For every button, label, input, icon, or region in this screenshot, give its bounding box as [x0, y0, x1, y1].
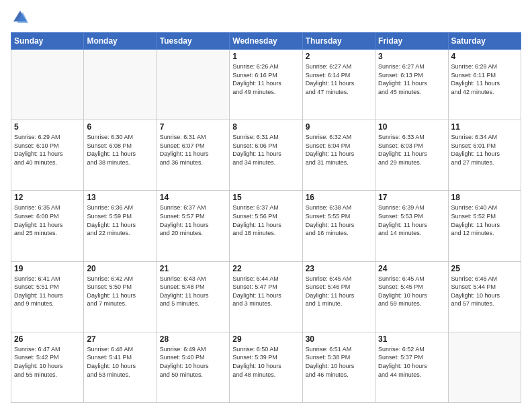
day-number: 16 — [306, 193, 372, 202]
column-header-sunday: Sunday — [11, 33, 84, 50]
calendar-cell: 13Sunrise: 6:36 AM Sunset: 5:59 PM Dayli… — [84, 191, 157, 261]
day-number: 10 — [378, 122, 445, 132]
column-header-tuesday: Tuesday — [157, 33, 229, 50]
logo — [11, 8, 32, 27]
calendar-cell: 23Sunrise: 6:45 AM Sunset: 5:46 PM Dayli… — [302, 261, 375, 332]
calendar-table: SundayMondayTuesdayWednesdayThursdayFrid… — [11, 32, 521, 403]
calendar-cell: 1Sunrise: 6:26 AM Sunset: 6:16 PM Daylig… — [230, 50, 302, 120]
calendar-week-4: 19Sunrise: 6:41 AM Sunset: 5:51 PM Dayli… — [11, 261, 521, 332]
day-info: Sunrise: 6:48 AM Sunset: 5:41 PM Dayligh… — [87, 345, 153, 379]
day-info: Sunrise: 6:38 AM Sunset: 5:55 PM Dayligh… — [306, 203, 372, 237]
day-info: Sunrise: 6:46 AM Sunset: 5:44 PM Dayligh… — [451, 275, 518, 308]
calendar-week-2: 5Sunrise: 6:29 AM Sunset: 6:10 PM Daylig… — [11, 120, 521, 191]
day-info: Sunrise: 6:31 AM Sunset: 6:06 PM Dayligh… — [232, 133, 299, 167]
page: SundayMondayTuesdayWednesdayThursdayFrid… — [0, 0, 532, 411]
calendar-cell: 22Sunrise: 6:44 AM Sunset: 5:47 PM Dayli… — [230, 261, 302, 332]
day-number: 28 — [160, 334, 226, 344]
day-info: Sunrise: 6:37 AM Sunset: 5:57 PM Dayligh… — [160, 203, 226, 237]
day-number: 25 — [451, 264, 518, 273]
calendar-cell: 19Sunrise: 6:41 AM Sunset: 5:51 PM Dayli… — [11, 261, 84, 332]
day-number: 19 — [14, 264, 81, 273]
column-header-friday: Friday — [375, 33, 448, 50]
day-number: 13 — [87, 193, 153, 202]
day-info: Sunrise: 6:50 AM Sunset: 5:39 PM Dayligh… — [232, 345, 299, 379]
day-info: Sunrise: 6:35 AM Sunset: 6:00 PM Dayligh… — [14, 203, 81, 237]
calendar-cell: 16Sunrise: 6:38 AM Sunset: 5:55 PM Dayli… — [302, 191, 375, 261]
day-number: 17 — [378, 193, 445, 202]
calendar-cell: 7Sunrise: 6:31 AM Sunset: 6:07 PM Daylig… — [157, 120, 229, 191]
calendar-cell — [448, 332, 521, 402]
calendar-cell: 4Sunrise: 6:28 AM Sunset: 6:11 PM Daylig… — [448, 50, 521, 120]
calendar-week-5: 26Sunrise: 6:47 AM Sunset: 5:42 PM Dayli… — [11, 332, 521, 402]
calendar-cell: 27Sunrise: 6:48 AM Sunset: 5:41 PM Dayli… — [84, 332, 157, 402]
column-header-saturday: Saturday — [448, 33, 521, 50]
day-number: 18 — [451, 193, 518, 202]
header — [11, 8, 521, 27]
calendar-cell: 20Sunrise: 6:42 AM Sunset: 5:50 PM Dayli… — [84, 261, 157, 332]
day-info: Sunrise: 6:49 AM Sunset: 5:40 PM Dayligh… — [160, 345, 226, 379]
day-info: Sunrise: 6:28 AM Sunset: 6:11 PM Dayligh… — [451, 62, 518, 96]
day-info: Sunrise: 6:30 AM Sunset: 6:08 PM Dayligh… — [87, 133, 153, 167]
day-info: Sunrise: 6:27 AM Sunset: 6:14 PM Dayligh… — [306, 62, 372, 96]
calendar-cell: 6Sunrise: 6:30 AM Sunset: 6:08 PM Daylig… — [84, 120, 157, 191]
calendar-cell: 9Sunrise: 6:32 AM Sunset: 6:04 PM Daylig… — [302, 120, 375, 191]
calendar-cell: 28Sunrise: 6:49 AM Sunset: 5:40 PM Dayli… — [157, 332, 229, 402]
calendar-cell: 5Sunrise: 6:29 AM Sunset: 6:10 PM Daylig… — [11, 120, 84, 191]
day-info: Sunrise: 6:29 AM Sunset: 6:10 PM Dayligh… — [14, 133, 81, 167]
day-info: Sunrise: 6:47 AM Sunset: 5:42 PM Dayligh… — [14, 345, 81, 379]
calendar-cell: 31Sunrise: 6:52 AM Sunset: 5:37 PM Dayli… — [375, 332, 448, 402]
day-number: 6 — [87, 122, 153, 132]
calendar-cell: 11Sunrise: 6:34 AM Sunset: 6:01 PM Dayli… — [448, 120, 521, 191]
day-number: 26 — [14, 334, 81, 344]
day-number: 12 — [14, 193, 81, 202]
calendar-cell — [11, 50, 84, 120]
day-number: 8 — [232, 122, 299, 132]
calendar-cell: 14Sunrise: 6:37 AM Sunset: 5:57 PM Dayli… — [157, 191, 229, 261]
day-info: Sunrise: 6:27 AM Sunset: 6:13 PM Dayligh… — [378, 62, 445, 96]
calendar-cell: 10Sunrise: 6:33 AM Sunset: 6:03 PM Dayli… — [375, 120, 448, 191]
day-number: 4 — [451, 52, 518, 61]
calendar-week-3: 12Sunrise: 6:35 AM Sunset: 6:00 PM Dayli… — [11, 191, 521, 261]
calendar-cell: 15Sunrise: 6:37 AM Sunset: 5:56 PM Dayli… — [230, 191, 302, 261]
day-number: 1 — [232, 52, 299, 61]
day-number: 21 — [160, 264, 226, 273]
calendar-cell: 21Sunrise: 6:43 AM Sunset: 5:48 PM Dayli… — [157, 261, 229, 332]
calendar-cell: 30Sunrise: 6:51 AM Sunset: 5:38 PM Dayli… — [302, 332, 375, 402]
calendar-cell: 26Sunrise: 6:47 AM Sunset: 5:42 PM Dayli… — [11, 332, 84, 402]
day-number: 11 — [451, 122, 518, 132]
calendar-cell: 8Sunrise: 6:31 AM Sunset: 6:06 PM Daylig… — [230, 120, 302, 191]
day-info: Sunrise: 6:40 AM Sunset: 5:52 PM Dayligh… — [451, 203, 518, 237]
day-info: Sunrise: 6:32 AM Sunset: 6:04 PM Dayligh… — [306, 133, 372, 167]
day-number: 3 — [378, 52, 445, 61]
calendar-cell: 24Sunrise: 6:45 AM Sunset: 5:45 PM Dayli… — [375, 261, 448, 332]
day-number: 22 — [232, 264, 299, 273]
day-info: Sunrise: 6:44 AM Sunset: 5:47 PM Dayligh… — [232, 275, 299, 308]
logo-icon — [11, 8, 30, 27]
day-number: 14 — [160, 193, 226, 202]
column-header-wednesday: Wednesday — [230, 33, 302, 50]
column-header-monday: Monday — [84, 33, 157, 50]
day-info: Sunrise: 6:41 AM Sunset: 5:51 PM Dayligh… — [14, 275, 81, 308]
day-info: Sunrise: 6:42 AM Sunset: 5:50 PM Dayligh… — [87, 275, 153, 308]
day-info: Sunrise: 6:52 AM Sunset: 5:37 PM Dayligh… — [378, 345, 445, 379]
day-number: 7 — [160, 122, 226, 132]
day-info: Sunrise: 6:45 AM Sunset: 5:46 PM Dayligh… — [306, 275, 372, 308]
calendar-cell: 29Sunrise: 6:50 AM Sunset: 5:39 PM Dayli… — [230, 332, 302, 402]
calendar-header-row: SundayMondayTuesdayWednesdayThursdayFrid… — [11, 33, 521, 50]
day-number: 27 — [87, 334, 153, 344]
day-info: Sunrise: 6:39 AM Sunset: 5:53 PM Dayligh… — [378, 203, 445, 237]
day-info: Sunrise: 6:45 AM Sunset: 5:45 PM Dayligh… — [378, 275, 445, 308]
day-info: Sunrise: 6:36 AM Sunset: 5:59 PM Dayligh… — [87, 203, 153, 237]
calendar-cell: 18Sunrise: 6:40 AM Sunset: 5:52 PM Dayli… — [448, 191, 521, 261]
day-number: 30 — [306, 334, 372, 344]
day-number: 5 — [14, 122, 81, 132]
calendar-cell: 3Sunrise: 6:27 AM Sunset: 6:13 PM Daylig… — [375, 50, 448, 120]
day-info: Sunrise: 6:34 AM Sunset: 6:01 PM Dayligh… — [451, 133, 518, 167]
day-number: 9 — [306, 122, 372, 132]
calendar-week-1: 1Sunrise: 6:26 AM Sunset: 6:16 PM Daylig… — [11, 50, 521, 120]
calendar-cell: 25Sunrise: 6:46 AM Sunset: 5:44 PM Dayli… — [448, 261, 521, 332]
day-info: Sunrise: 6:37 AM Sunset: 5:56 PM Dayligh… — [232, 203, 299, 237]
day-number: 20 — [87, 264, 153, 273]
calendar-cell: 12Sunrise: 6:35 AM Sunset: 6:00 PM Dayli… — [11, 191, 84, 261]
day-number: 15 — [232, 193, 299, 202]
